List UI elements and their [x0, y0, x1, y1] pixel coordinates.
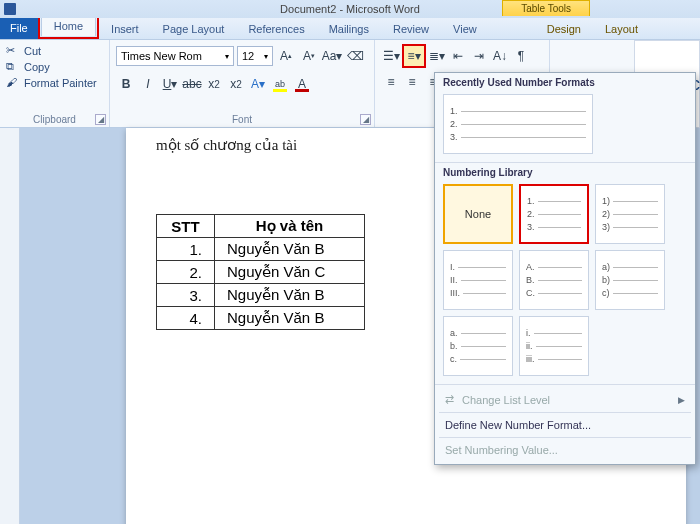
clear-formatting-button[interactable]: ⌫ [345, 46, 365, 66]
numbering-option-alpha-upper[interactable]: A. B. C. [519, 250, 589, 310]
increase-indent-button[interactable]: ⇥ [469, 46, 489, 66]
sort-button[interactable]: A↓ [490, 46, 510, 66]
table-header-row[interactable]: STT Họ và tên [157, 215, 365, 238]
tab-table-layout[interactable]: Layout [593, 20, 650, 39]
tab-home[interactable]: Home [41, 16, 96, 36]
group-font: Times New Rom▾ 12▾ A▴ A▾ Aa▾ ⌫ B I U▾ ab… [110, 40, 375, 127]
show-marks-button[interactable]: ¶ [511, 46, 531, 66]
table-header-name[interactable]: Họ và tên [215, 215, 365, 238]
define-new-number-format[interactable]: Define New Number Format... [435, 415, 695, 435]
highlight-numbering: ≡▾ [402, 44, 426, 68]
group-label-font: Font [110, 114, 374, 125]
font-size-combo[interactable]: 12▾ [237, 46, 273, 66]
copy-button[interactable]: ⧉ Copy [6, 59, 103, 75]
text-effects-button[interactable]: A▾ [248, 74, 268, 94]
superscript-button[interactable]: x2 [226, 74, 246, 94]
brush-icon: 🖌 [6, 76, 20, 90]
align-left-button[interactable]: ≡ [381, 72, 401, 92]
underline-button[interactable]: U▾ [160, 74, 180, 94]
bullets-icon: ☰ [383, 49, 394, 63]
numbering-option-alpha-lower[interactable]: a. b. c. [443, 316, 513, 376]
chevron-right-icon: ▶ [678, 395, 685, 405]
change-case-button[interactable]: Aa▾ [322, 46, 342, 66]
bullets-button[interactable]: ☰▾ [381, 46, 401, 66]
numbering-option-decimal[interactable]: 1. 2. 3. [519, 184, 589, 244]
table-row[interactable]: 3.Nguyễn Văn B [157, 284, 365, 307]
group-label-clipboard: Clipboard [0, 114, 109, 125]
multilevel-list-button[interactable]: ≣▾ [427, 46, 447, 66]
change-list-level: ⇄ Change List Level ▶ [435, 389, 695, 410]
table-tools-contextual-tab-label: Table Tools [502, 0, 590, 16]
window-title: Document2 - Microsoft Word [280, 3, 420, 15]
table-row[interactable]: 1.Nguyễn Văn B [157, 238, 365, 261]
scissors-icon: ✂ [6, 44, 20, 58]
recently-used-label: Recently Used Number Formats [435, 73, 695, 90]
eraser-icon: ⌫ [347, 49, 364, 63]
group-clipboard: ✂ Cut ⧉ Copy 🖌 Format Painter Clipboard … [0, 40, 110, 127]
ribbon-tabs: File Home Insert Page Layout References … [0, 18, 700, 40]
numbering-option-alpha-lower-paren[interactable]: a) b) c) [595, 250, 665, 310]
numbering-button[interactable]: ≡▾ [404, 46, 424, 66]
font-color-button[interactable]: A [292, 74, 312, 94]
tab-insert[interactable]: Insert [99, 20, 151, 39]
table-row[interactable]: 4.Nguyễn Văn B [157, 307, 365, 330]
tab-page-layout[interactable]: Page Layout [151, 20, 237, 39]
numbering-option-decimal-paren[interactable]: 1) 2) 3) [595, 184, 665, 244]
tab-mailings[interactable]: Mailings [317, 20, 381, 39]
vertical-ruler[interactable] [0, 128, 20, 524]
numbering-dropdown: Recently Used Number Formats 1. 2. 3. Nu… [434, 72, 696, 465]
subscript-button[interactable]: x2 [204, 74, 224, 94]
align-center-button[interactable]: ≡ [402, 72, 422, 92]
tab-references[interactable]: References [236, 20, 316, 39]
tab-review[interactable]: Review [381, 20, 441, 39]
numbering-option-roman-lower[interactable]: i. ii. iii. [519, 316, 589, 376]
font-name-combo[interactable]: Times New Rom▾ [116, 46, 234, 66]
highlight-color-button[interactable]: ab [270, 74, 290, 94]
strikethrough-button[interactable]: abc [182, 74, 202, 94]
document-table[interactable]: STT Họ và tên 1.Nguyễn Văn B 2.Nguyễn Vă… [156, 214, 365, 330]
clipboard-dialog-launcher[interactable]: ◢ [95, 114, 106, 125]
grow-font-button[interactable]: A▴ [276, 46, 296, 66]
app-icon [4, 3, 16, 15]
numbering-none[interactable]: None [443, 184, 513, 244]
table-header-stt[interactable]: STT [157, 215, 215, 238]
tab-file[interactable]: File [0, 17, 38, 39]
numbering-library-label: Numbering Library [435, 163, 695, 180]
tab-table-design[interactable]: Design [535, 20, 593, 39]
copy-icon: ⧉ [6, 60, 20, 74]
set-numbering-value: Set Numbering Value... [435, 440, 695, 460]
table-row[interactable]: 2.Nguyễn Văn C [157, 261, 365, 284]
numbering-recent-item[interactable]: 1. 2. 3. [443, 94, 593, 154]
format-painter-button[interactable]: 🖌 Format Painter [6, 75, 103, 91]
shrink-font-button[interactable]: A▾ [299, 46, 319, 66]
italic-button[interactable]: I [138, 74, 158, 94]
numbering-icon: ≡ [407, 49, 414, 63]
numbering-footer: ⇄ Change List Level ▶ Define New Number … [435, 385, 695, 460]
title-bar: Document2 - Microsoft Word Table Tools [0, 0, 700, 18]
bold-button[interactable]: B [116, 74, 136, 94]
decrease-indent-button[interactable]: ⇤ [448, 46, 468, 66]
change-level-icon: ⇄ [445, 393, 454, 406]
cut-button[interactable]: ✂ Cut [6, 43, 103, 59]
font-dialog-launcher[interactable]: ◢ [360, 114, 371, 125]
numbering-option-roman-upper[interactable]: I. II. III. [443, 250, 513, 310]
tab-view[interactable]: View [441, 20, 489, 39]
